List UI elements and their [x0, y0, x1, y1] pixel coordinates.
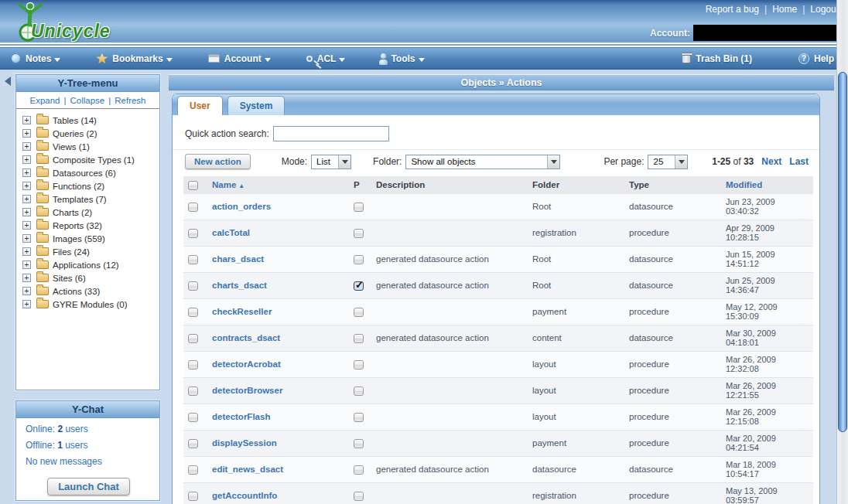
expand-plus-icon[interactable] — [22, 129, 31, 138]
expand-plus-icon[interactable] — [22, 195, 31, 203]
help-button[interactable]: Help — [798, 53, 837, 64]
object-name-link[interactable]: detectorAcrobat — [212, 359, 281, 369]
column-header-type[interactable]: Type — [624, 176, 721, 194]
published-checkbox[interactable] — [354, 413, 364, 422]
tree-item-queries-2[interactable]: Queries (2) — [22, 127, 156, 140]
tree-control-refresh[interactable]: Refresh — [115, 96, 145, 105]
launch-chat-button[interactable]: Launch Chat — [47, 478, 130, 495]
tree-item-datasources-6[interactable]: Datasources (6) — [22, 166, 156, 179]
tree-item-applications-12[interactable]: Applications (12) — [22, 258, 156, 271]
new-action-button[interactable]: New action — [185, 154, 251, 169]
per-page-select[interactable]: 25 — [648, 155, 688, 169]
sidebar-collapse-icon[interactable] — [5, 77, 11, 86]
tree-item-charts-2[interactable]: Charts (2) — [22, 206, 156, 219]
row-checkbox[interactable] — [188, 387, 198, 396]
published-checkbox[interactable] — [354, 308, 364, 317]
tree-item-sites-6[interactable]: Sites (6) — [22, 271, 156, 284]
published-checkbox[interactable] — [354, 281, 364, 291]
row-checkbox[interactable] — [188, 334, 198, 343]
top-link-home[interactable]: Home — [772, 4, 797, 15]
expand-plus-icon[interactable] — [22, 116, 31, 124]
tab-system[interactable]: System — [227, 96, 286, 115]
row-checkbox[interactable] — [188, 281, 198, 291]
object-name-link[interactable]: getAccountInfo — [212, 491, 277, 500]
expand-plus-icon[interactable] — [22, 221, 31, 230]
mode-select[interactable]: List — [311, 155, 351, 169]
tree-control-collapse[interactable]: Collapse — [70, 96, 104, 105]
published-checkbox[interactable] — [354, 439, 364, 448]
toolbar-menu-acl[interactable]: ACL — [306, 53, 346, 64]
toolbar-menu-account[interactable]: Account — [208, 53, 271, 64]
object-name-link[interactable]: calcTotal — [212, 228, 250, 237]
tree-item-tables-14[interactable]: Tables (14) — [22, 114, 156, 127]
expand-plus-icon[interactable] — [22, 287, 31, 295]
expand-plus-icon[interactable] — [22, 261, 31, 269]
tree-item-functions-2[interactable]: Functions (2) — [22, 179, 156, 192]
quick-action-search-input[interactable] — [273, 126, 389, 141]
vertical-scrollbar[interactable] — [836, 0, 848, 504]
expand-plus-icon[interactable] — [22, 142, 31, 151]
expand-plus-icon[interactable] — [22, 169, 31, 177]
folder-select[interactable]: Show all objects — [405, 155, 560, 169]
trash-bin-button[interactable]: Trash Bin (1) — [682, 53, 755, 64]
toolbar-menu-notes[interactable]: Notes — [11, 53, 60, 64]
column-header-modified[interactable]: Modified — [721, 176, 813, 194]
object-name-link[interactable]: charts_dsact — [212, 281, 267, 290]
object-name-link[interactable]: contracts_dsact — [212, 333, 280, 342]
column-header-description[interactable]: Description — [371, 176, 528, 194]
object-name-link[interactable]: edit_news_dsact — [212, 465, 283, 474]
expand-plus-icon[interactable] — [22, 208, 31, 216]
row-checkbox[interactable] — [188, 465, 198, 475]
row-checkbox[interactable] — [188, 413, 198, 422]
select-all-checkbox[interactable] — [188, 181, 198, 190]
tree-item-images-559[interactable]: Images (559) — [22, 232, 156, 245]
object-name-link[interactable]: chars_dsact — [212, 254, 264, 264]
tree-item-templates-7[interactable]: Templates (7) — [22, 192, 156, 206]
tree-item-actions-33[interactable]: Actions (33) — [22, 284, 156, 298]
toolbar-menu-bookmarks[interactable]: Bookmarks — [96, 53, 172, 64]
row-checkbox[interactable] — [188, 492, 198, 501]
object-name-link[interactable]: displaySession — [212, 438, 277, 448]
row-checkbox[interactable] — [188, 308, 198, 317]
scrollbar-thumb[interactable] — [838, 72, 847, 432]
tree-item-views-1[interactable]: Views (1) — [22, 140, 156, 153]
published-checkbox[interactable] — [354, 334, 364, 343]
published-checkbox[interactable] — [354, 492, 364, 501]
row-checkbox[interactable] — [188, 229, 198, 238]
row-checkbox[interactable] — [188, 439, 198, 448]
published-checkbox[interactable] — [354, 465, 364, 475]
published-checkbox[interactable] — [354, 255, 364, 264]
object-name-link[interactable]: checkReseller — [212, 307, 272, 316]
folder-cell: Root — [528, 272, 624, 298]
tree-item-gyre-modules-0[interactable]: GYRE Modules (0) — [22, 298, 156, 311]
tree-item-reports-32[interactable]: Reports (32) — [22, 219, 156, 232]
published-checkbox[interactable] — [354, 387, 364, 396]
object-name-link[interactable]: action_orders — [212, 202, 271, 211]
top-link-report-a-bug[interactable]: Report a bug — [706, 4, 759, 15]
object-name-link[interactable]: detectorBrowser — [212, 386, 282, 395]
column-header-folder[interactable]: Folder — [528, 176, 624, 194]
tree-control-expand[interactable]: Expand — [29, 96, 60, 105]
tree-item-files-24[interactable]: Files (24) — [22, 245, 156, 258]
row-checkbox[interactable] — [188, 360, 198, 369]
expand-plus-icon[interactable] — [22, 274, 31, 282]
expand-plus-icon[interactable] — [22, 300, 31, 308]
row-checkbox[interactable] — [188, 255, 198, 264]
tree-item-composite-types-1[interactable]: Composite Types (1) — [22, 153, 156, 166]
published-checkbox[interactable] — [354, 229, 364, 238]
expand-plus-icon[interactable] — [22, 234, 31, 243]
expand-plus-icon[interactable] — [22, 155, 31, 164]
pagination-next-link[interactable]: Next — [761, 156, 781, 167]
object-name-link[interactable]: detectorFlash — [212, 412, 270, 421]
published-checkbox[interactable] — [354, 203, 364, 212]
column-header-name[interactable]: Name▲ — [207, 176, 349, 194]
toolbar-menu-tools[interactable]: Tools — [381, 53, 424, 64]
column-header-p[interactable]: P — [349, 176, 371, 194]
expand-plus-icon[interactable] — [22, 247, 31, 256]
published-checkbox[interactable] — [354, 360, 364, 369]
row-checkbox[interactable] — [188, 203, 198, 212]
tab-user[interactable]: User — [177, 96, 223, 115]
pagination-last-link[interactable]: Last — [789, 156, 809, 167]
top-link-logout[interactable]: Logout — [810, 4, 839, 15]
expand-plus-icon[interactable] — [22, 182, 31, 190]
